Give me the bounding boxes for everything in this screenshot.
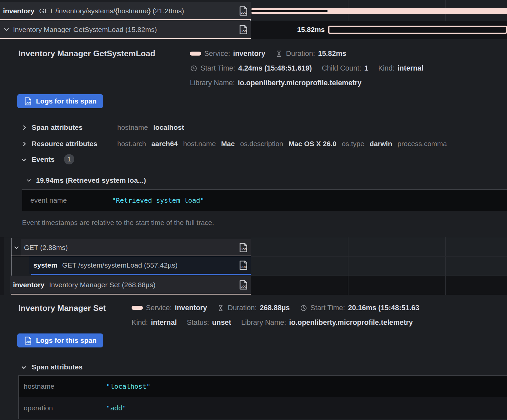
event-attributes-table: event name "Retrieved system load" bbox=[22, 189, 507, 211]
event-attr-key: event name bbox=[30, 196, 112, 204]
attr-key: process.comma bbox=[397, 140, 447, 148]
span-detail-panel-inventory-set: Inventory Manager Set Service: inventory… bbox=[0, 295, 507, 420]
span-row-root[interactable]: inventory GET /inventory/systems/{hostna… bbox=[0, 2, 251, 20]
timeline-gridline bbox=[445, 237, 446, 295]
attr-key: host.arch bbox=[117, 140, 146, 148]
status-value: unset bbox=[212, 318, 231, 327]
panel-title: Inventory Manager GetSystemLoad bbox=[18, 49, 155, 58]
kind-pair: Kind: internal bbox=[132, 318, 177, 327]
chevron-down-icon[interactable] bbox=[21, 157, 27, 163]
meta-line-1: Service: inventory Duration: 15.82ms bbox=[190, 46, 507, 61]
service-color-pill bbox=[132, 306, 143, 310]
row-log-icon[interactable] bbox=[238, 280, 248, 290]
start-time-pair: Start Time: 20.16ms (15:48:51.63 bbox=[300, 304, 419, 312]
service-pair: Service: inventory bbox=[190, 50, 265, 58]
indent-guide bbox=[11, 238, 12, 276]
service-pair: Service: inventory bbox=[132, 304, 207, 312]
span-meta: Service: inventory Duration: 15.82ms Sta… bbox=[190, 46, 507, 90]
event-item-label: 19.94ms (Retrieved system loa...) bbox=[36, 176, 146, 184]
span-attributes-header[interactable]: Span attributes bbox=[0, 362, 507, 374]
span-row-get[interactable]: GET (2.88ms) bbox=[21, 239, 251, 256]
logs-for-span-button[interactable]: Logs for this span bbox=[17, 333, 103, 347]
chevron-down-icon[interactable] bbox=[26, 178, 32, 183]
attr-value: darwin bbox=[370, 140, 392, 148]
span-row-getsystemload[interactable]: Inventory Manager GetSystemLoad (15.82ms… bbox=[0, 21, 251, 39]
chevron-right-icon[interactable] bbox=[21, 124, 28, 131]
logs-button-label: Logs for this span bbox=[36, 336, 97, 344]
service-value: inventory bbox=[233, 50, 265, 58]
start-time-label: Start Time: bbox=[310, 304, 345, 312]
resource-attributes-preview: host.arch aarch64 host.name Mac os.descr… bbox=[117, 140, 447, 148]
meta-line-3: Library Name: io.openliberty.microprofil… bbox=[190, 76, 507, 90]
library-pair: Library Name: io.openliberty.microprofil… bbox=[241, 318, 413, 327]
meta-line-2: Kind: internal Status: unset Library Nam… bbox=[132, 315, 507, 330]
span-bar-root[interactable] bbox=[252, 8, 507, 14]
library-value: io.openliberty.microprofile.telemetry bbox=[238, 79, 361, 87]
event-attr-value: "Retrieved system load" bbox=[112, 196, 204, 204]
span-label: GET (2.88ms) bbox=[24, 244, 68, 252]
span-bar-getsystemload[interactable] bbox=[328, 26, 507, 34]
logs-for-span-button[interactable]: Logs for this span bbox=[17, 94, 103, 108]
span-row-systemload[interactable]: system GET /system/systemLoad (557.42µs) bbox=[29, 256, 251, 274]
row-log-icon[interactable] bbox=[238, 260, 248, 271]
events-label: Events bbox=[32, 155, 55, 163]
row-log-icon[interactable] bbox=[238, 24, 248, 35]
kind-label: Kind: bbox=[378, 64, 394, 73]
row-log-icon[interactable] bbox=[238, 6, 248, 16]
logs-button-label: Logs for this span bbox=[36, 97, 97, 105]
meta-line-1: Service: inventory Duration: 268.88µs St… bbox=[132, 301, 507, 315]
timeline-row-separator bbox=[251, 276, 507, 276]
attr-key: hostname bbox=[117, 123, 148, 131]
span-attributes-header[interactable]: Span attributes hostname localhost bbox=[0, 123, 507, 134]
duration-label: Duration: bbox=[228, 304, 256, 312]
span-attributes-label: Span attributes bbox=[32, 363, 83, 371]
child-count-pair: Child Count: 1 bbox=[322, 64, 368, 73]
service-name: inventory bbox=[3, 7, 35, 15]
attr-value: localhost bbox=[153, 123, 184, 131]
attr-key: os.description bbox=[240, 140, 283, 148]
service-label: Service: bbox=[146, 304, 172, 312]
events-header[interactable]: Events 1 bbox=[0, 155, 507, 166]
meta-line-2: Start Time: 4.24ms (15:48:51.619) Child … bbox=[190, 61, 507, 76]
row-separator-selected bbox=[31, 274, 251, 275]
chevron-down-icon[interactable] bbox=[3, 26, 10, 33]
table-row: operation "add" bbox=[19, 397, 507, 419]
child-span-rows-section: GET (2.88ms) system GET /system/systemLo… bbox=[0, 237, 507, 295]
attr-value: aarch64 bbox=[151, 140, 178, 148]
attr-value: Mac OS X 26.0 bbox=[288, 140, 336, 148]
span-label: Inventory Manager GetSystemLoad (15.82ms… bbox=[13, 26, 157, 34]
span-attributes-table: hostname "localhost" operation "add" bbox=[18, 375, 507, 419]
start-time-pair: Start Time: 4.24ms (15:48:51.619) bbox=[190, 64, 312, 73]
hourglass-icon bbox=[275, 50, 283, 58]
chevron-right-icon[interactable] bbox=[21, 141, 28, 147]
top-span-rows-section: inventory GET /inventory/systems/{hostna… bbox=[0, 0, 507, 39]
row-log-icon[interactable] bbox=[238, 242, 248, 253]
start-time-value: 4.24ms (15:48:51.619) bbox=[238, 64, 312, 73]
span-label: GET /system/systemLoad (557.42µs) bbox=[62, 261, 178, 269]
chevron-down-icon[interactable] bbox=[21, 364, 27, 371]
hourglass-icon bbox=[217, 304, 225, 312]
left-gutter bbox=[0, 237, 4, 295]
span-attributes-label: Span attributes bbox=[32, 123, 83, 131]
events-note: Event timestamps are relative to the sta… bbox=[22, 219, 214, 227]
span-meta: Service: inventory Duration: 268.88µs St… bbox=[132, 301, 507, 330]
attr-value: "add" bbox=[106, 404, 126, 412]
chevron-down-icon[interactable] bbox=[13, 245, 20, 251]
resource-attributes-header[interactable]: Resource attributes host.arch aarch64 ho… bbox=[0, 139, 507, 150]
left-gutter-line bbox=[4, 237, 4, 295]
library-value: io.openliberty.microprofile.telemetry bbox=[289, 318, 413, 327]
library-pair: Library Name: io.openliberty.microprofil… bbox=[190, 79, 361, 87]
service-color-pill bbox=[190, 52, 201, 56]
start-time-label: Start Time: bbox=[201, 64, 235, 73]
kind-value: internal bbox=[151, 318, 177, 327]
child-count-value: 1 bbox=[364, 64, 368, 73]
kind-value: internal bbox=[397, 64, 423, 73]
span-bar-child-cap bbox=[327, 10, 328, 12]
kind-pair: Kind: internal bbox=[378, 64, 423, 73]
event-item-header[interactable]: 19.94ms (Retrieved system loa...) bbox=[0, 176, 507, 187]
span-label: GET /inventory/systems/{hostname} (21.28… bbox=[39, 7, 184, 15]
resource-attributes-label: Resource attributes bbox=[32, 140, 97, 148]
service-value: inventory bbox=[175, 304, 207, 312]
service-name: inventory bbox=[13, 281, 45, 289]
span-row-inventory-set[interactable]: inventory Inventory Manager Set (268.88µ… bbox=[10, 276, 251, 294]
